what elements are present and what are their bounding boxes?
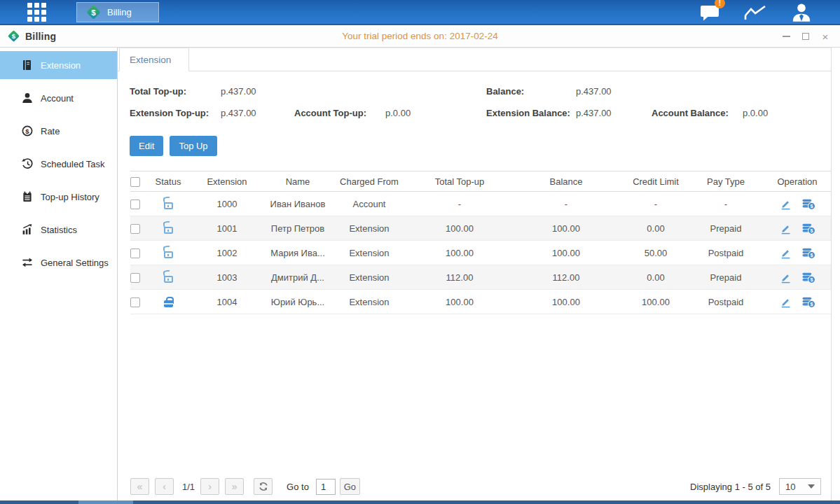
notification-badge: ! — [715, 0, 725, 8]
cell-extension: 1002 — [186, 248, 268, 258]
sidebar-item-topup-history[interactable]: Top-up History — [0, 183, 117, 211]
close-button[interactable]: × — [820, 31, 830, 41]
refresh-button[interactable] — [254, 478, 273, 495]
edit-row-icon[interactable] — [780, 247, 792, 259]
cell-total-topup: - — [411, 199, 509, 209]
go-button[interactable]: Go — [340, 478, 360, 495]
cell-extension: 1003 — [186, 272, 268, 283]
table-row: 1004 Юрий Юрь... Extension 100.00 100.00… — [130, 290, 831, 314]
row-checkbox[interactable] — [130, 200, 140, 209]
extension-ledger-icon — [21, 59, 33, 71]
balance-label: Balance: — [486, 86, 576, 97]
cell-total-topup: 100.00 — [411, 248, 509, 258]
row-checkbox[interactable] — [130, 248, 140, 258]
goto-page-input[interactable] — [316, 479, 336, 495]
window-title-bar: $ Billing Your trial period ends on: 201… — [0, 25, 840, 48]
lock-status-icon[interactable] — [164, 251, 173, 258]
top-up-button[interactable]: Top Up — [170, 136, 216, 156]
topup-row-icon[interactable]: $ — [802, 247, 815, 259]
topup-row-icon[interactable]: $ — [802, 223, 815, 234]
cell-charged-from: Extension — [328, 297, 411, 307]
cell-name: Юрий Юрь... — [268, 297, 328, 307]
billing-app-tab[interactable]: $ Billing — [76, 2, 159, 22]
page-size-select[interactable]: 10 — [779, 478, 821, 495]
messages-button[interactable]: ! — [700, 3, 720, 21]
svg-text:$: $ — [810, 301, 813, 307]
cell-charged-from: Extension — [328, 272, 411, 283]
sidebar-item-rate[interactable]: $ Rate — [0, 117, 117, 145]
tab-extension[interactable]: Extension — [119, 48, 189, 71]
reports-button[interactable] — [744, 4, 767, 21]
edit-row-icon[interactable] — [780, 272, 792, 284]
cell-credit-limit: 0.00 — [624, 272, 688, 283]
lock-status-icon[interactable] — [164, 300, 173, 307]
sidebar-item-label: Extension — [41, 60, 81, 71]
app-launcher-icon[interactable] — [26, 1, 47, 22]
sidebar-item-label: Statistics — [41, 225, 77, 235]
topup-row-icon[interactable]: $ — [802, 198, 815, 210]
sidebar-item-statistics[interactable]: Statistics — [0, 216, 117, 244]
cell-pay-type: Postpaid — [688, 297, 764, 307]
line-chart-icon — [744, 4, 767, 21]
billing-app-tab-label: Billing — [107, 7, 132, 18]
user-icon — [791, 3, 812, 22]
table-row: 1000 Иван Иванов Account - - - - $ — [130, 192, 831, 216]
row-checkbox[interactable] — [130, 273, 140, 283]
cell-name: Дмитрий Д... — [268, 272, 328, 283]
balance-value: p.437.00 — [576, 86, 652, 97]
billing-summary: Total Top-up: p.437.00 Balance: p.437.00… — [118, 71, 831, 124]
window-title: Billing — [25, 31, 56, 42]
cell-pay-type: Postpaid — [688, 248, 764, 258]
last-page-button[interactable]: » — [225, 478, 244, 495]
prev-page-button[interactable]: ‹ — [155, 478, 174, 495]
edit-row-icon[interactable] — [780, 223, 792, 234]
svg-text:$: $ — [810, 276, 813, 283]
edit-row-icon[interactable] — [780, 198, 792, 210]
first-page-button[interactable]: « — [130, 478, 149, 495]
extension-balance-value: p.437.00 — [576, 108, 652, 118]
sidebar-item-account[interactable]: Account — [0, 84, 117, 112]
cell-pay-type: Prepaid — [688, 272, 764, 283]
cell-total-topup: 100.00 — [411, 297, 509, 307]
select-all-checkbox[interactable] — [130, 177, 140, 187]
account-person-icon — [21, 92, 33, 104]
topup-row-icon[interactable]: $ — [802, 296, 815, 308]
maximize-button[interactable] — [801, 31, 811, 41]
col-balance: Balance — [509, 176, 624, 187]
lock-status-icon[interactable] — [164, 202, 173, 209]
next-page-button[interactable]: › — [200, 478, 219, 495]
user-menu-button[interactable] — [791, 3, 812, 22]
table-header-row: Status Extension Name Charged From Total… — [130, 171, 831, 192]
svg-text:$: $ — [91, 8, 96, 16]
trial-period-message: Your trial period ends on: 2017-02-24 — [0, 31, 840, 41]
sidebar-item-extension[interactable]: Extension — [0, 51, 117, 79]
cell-credit-limit: 0.00 — [624, 223, 688, 234]
row-checkbox[interactable] — [130, 298, 140, 307]
table-row: 1002 Мария Ива... Extension 100.00 100.0… — [130, 241, 831, 265]
lock-status-icon[interactable] — [164, 227, 173, 234]
cell-balance: 100.00 — [509, 248, 624, 258]
extension-topup-label: Extension Top-up: — [130, 108, 221, 118]
topup-row-icon[interactable]: $ — [802, 272, 815, 284]
minimize-button[interactable] — [781, 31, 791, 41]
sidebar-item-scheduled-task[interactable]: Scheduled Task — [0, 150, 117, 178]
cell-charged-from: Extension — [328, 223, 411, 234]
row-checkbox[interactable] — [130, 224, 140, 234]
cell-pay-type: - — [688, 199, 764, 209]
topup-history-notepad-icon — [21, 191, 33, 203]
sidebar-item-label: Scheduled Task — [41, 159, 105, 169]
edit-row-icon[interactable] — [780, 296, 792, 308]
page-size-value: 10 — [785, 482, 795, 492]
svg-text:$: $ — [25, 127, 29, 135]
col-total-topup: Total Top-up — [411, 176, 509, 187]
sidebar-item-label: Account — [41, 93, 74, 104]
sidebar-item-label: Rate — [41, 126, 60, 136]
displaying-summary: Displaying 1 - 5 of 5 — [690, 482, 771, 492]
cell-credit-limit: 100.00 — [624, 297, 688, 307]
lock-status-icon[interactable] — [164, 276, 173, 283]
cell-extension: 1000 — [186, 199, 268, 209]
sidebar-item-general-settings[interactable]: General Settings — [0, 248, 117, 276]
billing-diamond-icon: $ — [7, 29, 20, 43]
edit-button[interactable]: Edit — [130, 136, 163, 156]
account-topup-label: Account Top-up: — [294, 108, 385, 118]
